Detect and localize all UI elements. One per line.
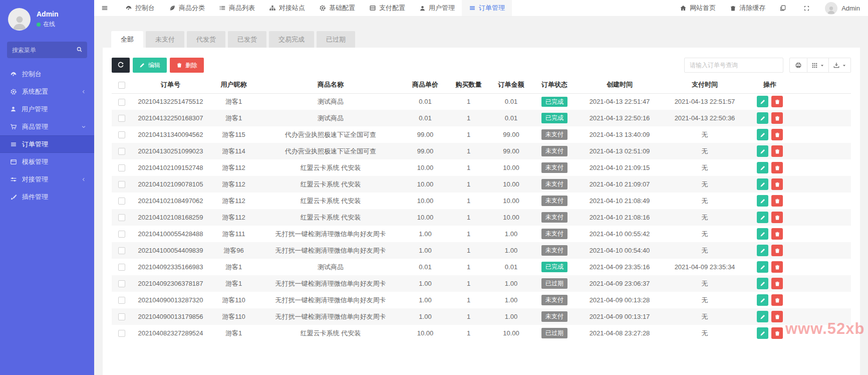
- status-tab[interactable]: 已过期: [317, 31, 355, 48]
- topnav-item[interactable]: 支付配置: [362, 0, 412, 16]
- row-edit-button[interactable]: [757, 162, 768, 173]
- row-delete-button[interactable]: [771, 311, 783, 322]
- select-all-checkbox[interactable]: [118, 82, 125, 89]
- row-edit-button[interactable]: [757, 96, 768, 107]
- row-delete-button[interactable]: [771, 294, 783, 306]
- row-checkbox[interactable]: [118, 231, 125, 238]
- sidebar-item[interactable]: 模板管理: [0, 153, 94, 170]
- status-tab[interactable]: 未支付: [146, 31, 184, 48]
- search-icon[interactable]: [76, 46, 83, 53]
- topnav-item[interactable]: 商品分类: [162, 0, 212, 16]
- columns-filter-button[interactable]: [807, 58, 829, 73]
- row-edit-button[interactable]: [757, 228, 768, 240]
- row-checkbox[interactable]: [118, 164, 125, 171]
- row-delete-button[interactable]: [771, 228, 783, 240]
- status-badge: 未支付: [541, 129, 567, 139]
- refresh-button[interactable]: [112, 58, 130, 73]
- row-edit-button[interactable]: [757, 261, 768, 273]
- order-search-input[interactable]: [684, 58, 783, 73]
- sidebar-item[interactable]: 对接管理: [0, 170, 94, 188]
- row-edit-button[interactable]: [757, 245, 768, 256]
- row-checkbox[interactable]: [118, 115, 125, 122]
- cell-created: 2021-04-13 02:51:09: [576, 143, 663, 159]
- sidebar-menu: 控制台 系统配置 用户管理 商品管理 订单管理 模板管理: [0, 65, 94, 206]
- topnav-item[interactable]: 基础配置: [312, 0, 362, 16]
- row-edit-button[interactable]: [757, 195, 768, 207]
- row-delete-button[interactable]: [771, 212, 783, 223]
- order-icon: [469, 5, 476, 12]
- row-edit-button[interactable]: [757, 294, 768, 306]
- row-checkbox[interactable]: [118, 297, 125, 304]
- row-edit-button[interactable]: [757, 311, 768, 322]
- row-checkbox[interactable]: [118, 198, 125, 205]
- row-delete-button[interactable]: [771, 145, 783, 157]
- table-header-row: 订单号 用户昵称 商品名称 商品单价 购买数量 订单金额 订单状态 创建时间 支…: [112, 77, 851, 93]
- status-tabs: 全部 未支付 代发货 已发货 交易完成 已过期: [111, 31, 860, 48]
- table-row: 202104130251099023 游客114 代办营业执照极速下证全国可查 …: [112, 143, 851, 159]
- cell-product: 红盟云卡系统 代安装: [258, 176, 403, 193]
- row-checkbox[interactable]: [118, 330, 125, 337]
- cell-qty: 1: [447, 242, 490, 259]
- row-delete-button[interactable]: [771, 129, 783, 140]
- row-checkbox[interactable]: [118, 131, 125, 138]
- row-checkbox[interactable]: [118, 148, 125, 155]
- row-edit-button[interactable]: [757, 112, 768, 124]
- row-checkbox[interactable]: [118, 99, 125, 106]
- cell-price: 99.00: [403, 143, 447, 159]
- topnav-item[interactable]: [94, 0, 118, 16]
- row-checkbox[interactable]: [118, 181, 125, 188]
- orders-table: 订单号 用户昵称 商品名称 商品单价 购买数量 订单金额 订单状态 创建时间 支…: [112, 77, 851, 341]
- sidebar-item[interactable]: 控制台: [0, 65, 94, 83]
- sidebar-item[interactable]: 用户管理: [0, 100, 94, 118]
- row-delete-button[interactable]: [771, 162, 783, 173]
- print-button[interactable]: [789, 58, 807, 73]
- cell-user: 游客110: [209, 292, 258, 308]
- row-checkbox[interactable]: [118, 280, 125, 287]
- sidebar-search-input[interactable]: [7, 42, 87, 58]
- avatar[interactable]: [8, 8, 31, 31]
- status-tab[interactable]: 交易完成: [269, 31, 314, 48]
- topnav-item[interactable]: 商品列表: [212, 0, 262, 16]
- row-edit-button[interactable]: [757, 145, 768, 157]
- status-tab[interactable]: 全部: [111, 31, 143, 48]
- topnav-right-item[interactable]: [772, 0, 796, 16]
- status-tab[interactable]: 已发货: [228, 31, 266, 48]
- sidebar-item[interactable]: 商品管理: [0, 118, 94, 135]
- row-checkbox[interactable]: [118, 313, 125, 320]
- topnav-item[interactable]: 对接站点: [262, 0, 312, 16]
- row-checkbox[interactable]: [118, 247, 125, 254]
- export-button[interactable]: [829, 58, 851, 73]
- row-delete-button[interactable]: [771, 96, 783, 107]
- row-edit-button[interactable]: [757, 327, 768, 339]
- topnav-user[interactable]: Admin: [820, 0, 868, 16]
- sidebar-item[interactable]: 插件管理: [0, 188, 94, 206]
- sidebar-item[interactable]: 系统配置: [0, 83, 94, 100]
- row-checkbox[interactable]: [118, 264, 125, 271]
- row-delete-button[interactable]: [771, 261, 783, 273]
- cell-paid: 2021-04-09 23:35:34: [663, 259, 747, 275]
- topnav-item[interactable]: 订单管理: [462, 0, 512, 16]
- row-checkbox[interactable]: [118, 214, 125, 221]
- edit-button[interactable]: 编辑: [133, 58, 167, 73]
- row-delete-button[interactable]: [771, 245, 783, 256]
- sidebar-item[interactable]: 订单管理: [0, 135, 94, 153]
- cell-qty: 1: [447, 325, 490, 341]
- status-tab[interactable]: 代发货: [187, 31, 225, 48]
- topnav-right-item[interactable]: [796, 0, 820, 16]
- row-edit-button[interactable]: [757, 212, 768, 223]
- order-icon: [10, 141, 17, 148]
- row-delete-button[interactable]: [771, 327, 783, 339]
- row-delete-button[interactable]: [771, 178, 783, 190]
- row-edit-button[interactable]: [757, 129, 768, 140]
- row-delete-button[interactable]: [771, 112, 783, 124]
- delete-button[interactable]: 删除: [170, 58, 204, 73]
- topnav-item[interactable]: 控制台: [118, 0, 162, 16]
- row-delete-button[interactable]: [771, 278, 783, 289]
- row-edit-button[interactable]: [757, 278, 768, 289]
- topnav-item[interactable]: 用户管理: [412, 0, 462, 16]
- row-delete-button[interactable]: [771, 195, 783, 207]
- topnav-right-item[interactable]: 网站首页: [673, 0, 723, 16]
- row-edit-button[interactable]: [757, 178, 768, 190]
- topnav-right-item[interactable]: 清除缓存: [723, 0, 772, 16]
- cell-paid: 无: [663, 193, 747, 209]
